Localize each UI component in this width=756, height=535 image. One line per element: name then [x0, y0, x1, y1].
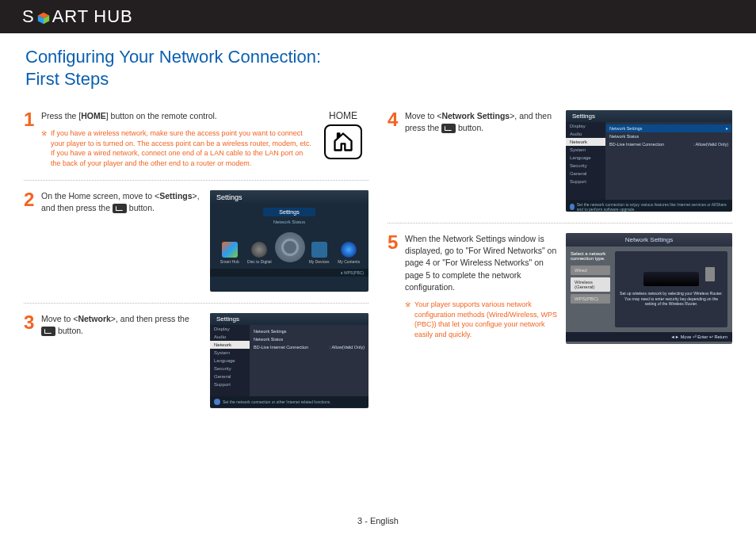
ss-body: Display Audio Network System Language Se… — [210, 325, 368, 396]
logo-cube-icon — [36, 10, 51, 24]
settings-home-screenshot: Settings Settings Network Status Smart H… — [210, 190, 368, 292]
ss-footer: Set the network connection or other Inte… — [210, 396, 368, 407]
ss-row: Network Status — [609, 132, 728, 140]
document-page: S ART HUB Configuring Your Network Conne… — [0, 0, 756, 535]
left-column: 1 Press the [HOME] button on the remote … — [24, 101, 368, 419]
sidebar-item: General — [566, 170, 605, 178]
ss-row: BD-Live Internet Connection: Allow(Valid… — [609, 140, 728, 148]
step-body: When the Network Settings window is disp… — [405, 233, 566, 344]
logo-hub: HUB — [94, 6, 132, 27]
step-text-bold: Settings — [159, 191, 192, 201]
ss-title: Settings — [210, 313, 368, 325]
sidebar-item: Display — [566, 122, 605, 130]
router-icon — [643, 272, 699, 286]
step-text: Move to < — [405, 111, 441, 120]
step-body: Move to <Network>, and then press the bu… — [41, 313, 210, 408]
connection-type-screenshot: Network Settings Select a network connec… — [566, 233, 732, 344]
enter-button-icon — [113, 204, 127, 213]
sidebar-item: Language — [210, 357, 250, 365]
ss-row: Network Status — [254, 335, 365, 343]
step-3: 3 Move to <Network>, and then press the … — [24, 303, 368, 419]
content-columns: 1 Press the [HOME] button on the remote … — [0, 90, 756, 419]
sidebar-item: Language — [566, 154, 605, 162]
ss-body: Display Audio Network System Language Se… — [566, 122, 732, 200]
ss-menu: Settings — [210, 204, 368, 218]
step-text: On the Home screen, move to < — [41, 191, 159, 201]
step-1: 1 Press the [HOME] button on the remote … — [24, 101, 368, 180]
home-button-graphic: HOME — [318, 110, 368, 169]
step-number: 4 — [388, 110, 405, 212]
step-text: button. — [55, 326, 83, 335]
page-footer: 3 - English — [0, 516, 756, 525]
sidebar-item: System — [566, 146, 605, 154]
ss-icon-smart-hub: Smart Hub — [216, 242, 244, 264]
ss-icon-contents: My Contents — [334, 242, 363, 264]
header-bar: S ART HUB — [0, 0, 756, 33]
step-body: Move to <Network Settings>, and then pre… — [405, 110, 566, 212]
step-note: If you have a wireless network, make sur… — [41, 128, 311, 168]
ss-main: Network Settings Network Status BD-Live … — [250, 325, 368, 396]
sidebar-item: General — [210, 373, 250, 380]
sidebar-item: Display — [210, 325, 250, 333]
sidebar-item: Security — [210, 365, 250, 373]
ss-sidebar: Display Audio Network System Language Se… — [210, 325, 250, 396]
ss-main: Network Settings▸ Network Status BD-Live… — [605, 122, 732, 200]
ss-body: Select a network connection type. Wired … — [566, 246, 732, 332]
sidebar-item: Security — [566, 162, 605, 170]
ss-menu-selected: Settings — [263, 208, 315, 216]
step-text: Move to < — [41, 314, 78, 323]
step-number: 2 — [24, 190, 41, 292]
enter-button-icon — [441, 124, 456, 133]
home-label: HOME — [318, 110, 368, 121]
ss-icon-row: Smart Hub Disc to Digital My Devices My … — [210, 224, 368, 269]
step-text: ] button on the remote control. — [106, 111, 217, 120]
sidebar-item: System — [210, 349, 250, 357]
settings-network-screenshot: Settings Display Audio Network System La… — [210, 313, 368, 408]
step-5: 5 When the Network Settings window is di… — [388, 223, 732, 355]
step-screenshot: Settings Display Audio Network System La… — [566, 110, 732, 212]
sidebar-item: Audio — [566, 130, 605, 138]
step-number: 5 — [388, 233, 405, 344]
step-screenshot: Settings Settings Network Status Smart H… — [210, 190, 368, 292]
step-text: button. — [127, 203, 155, 212]
step-body: On the Home screen, move to <Settings>, … — [41, 190, 210, 292]
ss-icon-gear — [275, 232, 304, 264]
home-icon — [324, 124, 362, 159]
sidebar-item: Audio — [210, 333, 250, 341]
sidebar-item-selected: Network — [210, 341, 250, 349]
step-text: When the Network Settings window is disp… — [405, 234, 556, 292]
ss-footer: ◄► Move ⏎ Enter ↩ Return — [566, 332, 732, 342]
network-settings-screenshot: Settings Display Audio Network System La… — [566, 110, 732, 212]
ss-title: Network Settings — [566, 233, 732, 246]
ss-title: Settings — [210, 190, 368, 204]
gear-icon — [275, 232, 305, 262]
ss-row-highlighted: Network Settings▸ — [606, 124, 731, 132]
step-text-bold: HOME — [81, 111, 106, 120]
step-text: >, and then press the — [111, 314, 189, 323]
step-text: Press the [ — [41, 111, 81, 120]
ss-row: Network Settings — [254, 327, 365, 335]
logo-art: ART — [52, 6, 90, 27]
ss-prompt: Select a network connection type. — [571, 251, 610, 261]
ss-option: Wired — [571, 266, 610, 275]
info-icon — [214, 399, 220, 405]
title-line-2: First Steps — [25, 68, 756, 90]
ss-footer: a WPS(PBC) — [210, 269, 368, 277]
step-number: 3 — [24, 313, 41, 408]
step-number: 1 — [24, 110, 41, 169]
ss-options: Select a network connection type. Wired … — [571, 251, 610, 327]
logo-s: S — [22, 6, 35, 27]
step-body: Press the [HOME] button on the remote co… — [41, 110, 318, 169]
ss-row: BD-Live Internet Connection: Allow(Valid… — [254, 343, 365, 351]
right-column: 4 Move to <Network Settings>, and then p… — [388, 101, 732, 419]
step-note: Your player supports various network con… — [405, 300, 559, 339]
ss-icon-disc: Disc to Digital — [245, 242, 273, 264]
sidebar-item: Support — [210, 380, 250, 388]
enter-button-icon — [41, 327, 55, 336]
ss-description: Set up wireless network by selecting you… — [620, 291, 723, 307]
step-text: button. — [456, 123, 483, 132]
ss-sidebar: Display Audio Network System Language Se… — [566, 122, 605, 200]
sidebar-item: Support — [566, 178, 605, 185]
ss-option: WPS(PBC) — [571, 294, 610, 304]
title-line-1: Configuring Your Network Connection: — [25, 46, 756, 68]
